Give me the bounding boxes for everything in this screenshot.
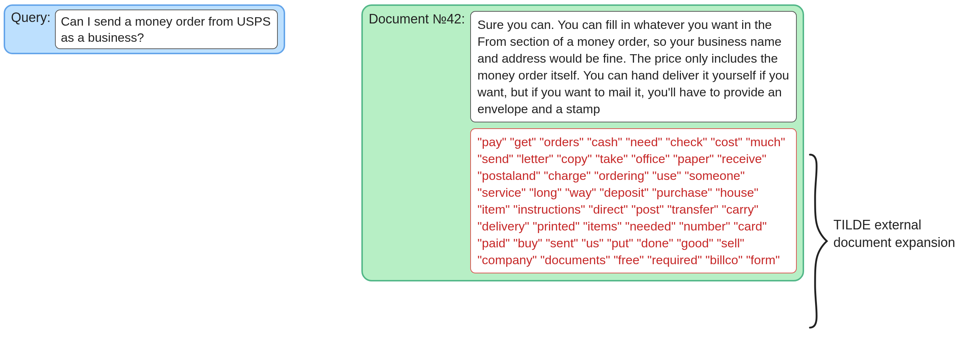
expansion-terms-box: "pay" "get" "orders" "cash" "need" "chec… [470, 128, 797, 273]
query-box: Query: Can I send a money order from USP… [4, 5, 285, 54]
diagram-stage: Query: Can I send a money order from USP… [0, 0, 980, 343]
annotation-label: TILDE external document expansion [834, 216, 980, 251]
document-label: Document №42: [369, 11, 465, 27]
document-text: Sure you can. You can fill in whatever y… [470, 11, 797, 122]
query-text: Can I send a money order from USPS as a … [55, 10, 278, 49]
query-label: Query: [11, 10, 51, 25]
curly-brace-icon [806, 153, 828, 329]
document-right-column: Sure you can. You can fill in whatever y… [470, 11, 797, 273]
document-box: Document №42: Sure you can. You can fill… [361, 5, 804, 281]
